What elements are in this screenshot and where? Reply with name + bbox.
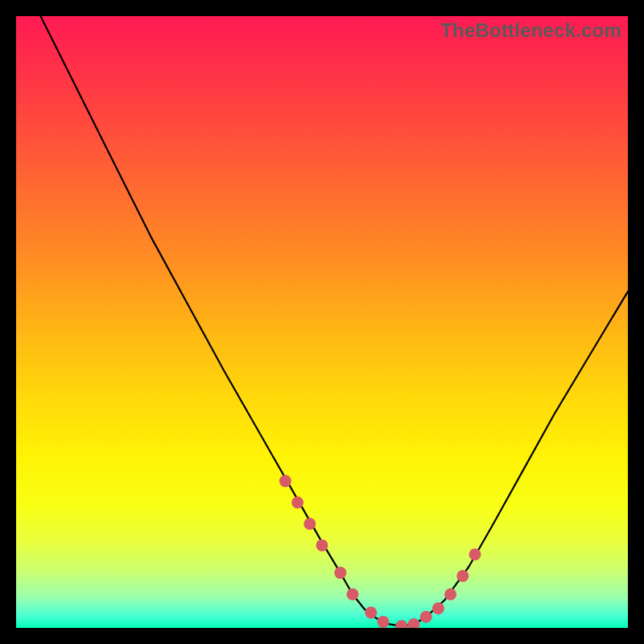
data-dot [395, 620, 407, 628]
data-dot [303, 518, 316, 530]
data-dot [279, 475, 291, 487]
curve-layer [16, 16, 628, 628]
data-dot [334, 567, 346, 579]
data-dot [469, 548, 481, 560]
chart-frame: TheBottleneck.com [0, 0, 644, 644]
data-dot [316, 539, 328, 551]
data-dot [432, 602, 444, 614]
data-dot [456, 570, 469, 582]
plot-area: TheBottleneck.com [16, 16, 628, 628]
bottleneck-curve [40, 16, 628, 626]
data-dot [444, 588, 456, 601]
data-dot [347, 588, 359, 601]
data-dot [378, 616, 390, 628]
data-dot [420, 611, 432, 623]
data-dot [408, 618, 420, 628]
data-dot [291, 497, 303, 509]
data-dots [279, 475, 481, 628]
data-dot [365, 607, 377, 619]
